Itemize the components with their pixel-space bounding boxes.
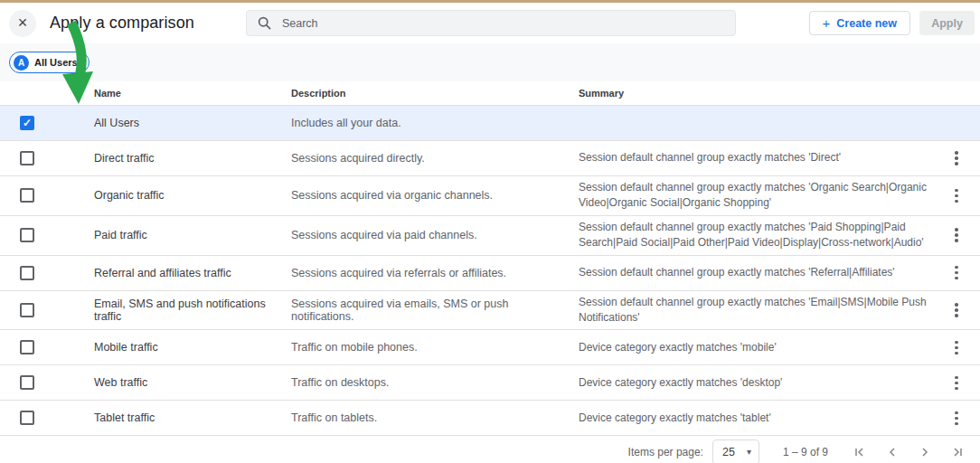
create-new-button[interactable]: + Create new [809,11,910,35]
pagination-footer: Items per page: 25 ▾ 1 – 9 of 9 [0,436,980,463]
row-name: Paid traffic [94,229,291,241]
row-name: Referral and affiliates traffic [94,267,291,279]
checkbox-cell [0,151,94,165]
row-name: Mobile traffic [94,341,291,354]
row-name: Tablet traffic [94,411,291,424]
search-input[interactable] [282,17,724,30]
checkbox-cell [0,340,94,354]
row-summary: Device category exactly matches 'mobile' [579,336,940,359]
checkbox-cell [0,188,94,203]
apply-button[interactable]: Apply [919,11,975,35]
row-checkbox[interactable] [20,151,34,165]
kebab-menu-icon[interactable] [946,299,967,321]
table-row[interactable]: Email, SMS and push notifications traffi… [0,291,980,331]
row-summary: Session default channel group exactly ma… [579,216,940,255]
column-header-description: Description [291,88,579,99]
row-checkbox[interactable] [20,375,34,390]
table-row[interactable]: Tablet traffic Traffic on tablets. Devic… [0,401,980,436]
items-per-page-label: Items per page: [628,446,703,458]
table-header-row: Name Description Summary [0,81,980,106]
row-summary: Session default channel group exactly ma… [579,176,940,215]
page-title: Apply a comparison [50,14,194,33]
chevron-right-icon [919,446,931,458]
row-name: Organic traffic [94,189,291,202]
kebab-menu-icon[interactable] [946,147,967,169]
row-name: Email, SMS and push notifications traffi… [94,298,291,323]
checkbox-cell [0,303,94,317]
column-header-summary: Summary [579,88,940,99]
row-checkbox[interactable] [20,188,34,203]
row-summary: Session default channel group exactly ma… [579,146,940,169]
row-summary: Session default channel group exactly ma… [579,261,940,284]
previous-page-button[interactable] [882,442,902,462]
last-page-button[interactable] [947,442,967,462]
chip-label: All Users [34,57,78,68]
row-checkbox[interactable] [20,303,34,317]
pager-controls [850,442,967,462]
row-description: Sessions acquired via organic channels. [291,189,579,202]
row-checkbox[interactable] [20,340,34,354]
table-row[interactable]: Paid traffic Sessions acquired via paid … [0,216,980,256]
first-page-icon [853,446,866,458]
row-name: Direct traffic [94,152,291,165]
table-row[interactable]: ✓ All Users Includes all your data. [0,106,980,141]
row-description: Sessions acquired directly. [291,152,579,165]
comparison-chip-all-users[interactable]: A All Users [9,52,90,73]
row-checkbox[interactable] [20,266,34,280]
table-row[interactable]: Web traffic Traffic on desktops. Device … [0,365,980,401]
table-row[interactable]: Referral and affiliates traffic Sessions… [0,256,980,291]
table-row[interactable]: Organic traffic Sessions acquired via or… [0,176,980,216]
items-per-page-value: 25 [722,446,735,458]
caret-down-icon: ▾ [747,447,751,457]
search-icon [258,16,271,30]
next-page-button[interactable] [915,442,935,462]
row-checkbox[interactable] [20,228,34,242]
first-page-button[interactable] [850,442,870,462]
chevron-left-icon [886,446,899,458]
kebab-menu-icon[interactable] [946,407,967,429]
column-header-name: Name [94,88,291,99]
kebab-menu-icon[interactable] [946,336,967,358]
checkbox-cell [0,411,94,425]
row-description: Includes all your data. [291,117,579,129]
kebab-menu-icon[interactable] [946,224,967,246]
row-summary: Device category exactly matches 'desktop… [579,372,940,394]
search-box[interactable] [246,10,736,36]
row-description: Traffic on desktops. [291,376,579,389]
row-summary [579,119,940,127]
row-description: Sessions acquired via emails, SMS or pus… [291,298,579,323]
row-description: Traffic on tablets. [291,411,579,424]
row-summary: Session default channel group exactly ma… [579,291,940,330]
table-body: ✓ All Users Includes all your data. Dire… [0,106,980,436]
row-description: Sessions acquired via paid channels. [291,229,579,241]
page-range-label: 1 – 9 of 9 [783,446,828,458]
chip-avatar: A [14,55,29,71]
plus-icon: + [823,15,831,31]
row-name: All Users [94,117,291,129]
row-description: Sessions acquired via referrals or affil… [291,267,579,279]
checkbox-cell [0,375,94,390]
last-page-icon [951,446,964,458]
checkbox-cell [0,228,94,242]
kebab-menu-icon[interactable] [946,184,967,206]
active-comparisons-strip: A All Users [0,43,980,81]
table-row[interactable]: Direct traffic Sessions acquired directl… [0,141,980,176]
checkbox-cell: ✓ [0,116,94,130]
row-summary: Device category exactly matches 'tablet' [579,407,940,430]
row-checkbox[interactable] [20,411,34,425]
kebab-menu-icon[interactable] [946,262,967,284]
row-description: Traffic on mobile phones. [291,341,579,354]
row-name: Web traffic [94,376,291,389]
kebab-menu-icon[interactable] [946,372,967,393]
create-new-label: Create new [836,17,897,30]
close-icon: × [18,14,28,33]
table-row[interactable]: Mobile traffic Traffic on mobile phones.… [0,330,980,365]
dialog-header: × Apply a comparison + Create new Apply [0,3,980,43]
items-per-page-select[interactable]: 25 ▾ [712,439,759,463]
checkbox-cell [0,266,94,280]
check-icon: ✓ [23,118,32,128]
row-checkbox[interactable]: ✓ [20,116,34,130]
close-button[interactable]: × [9,10,36,37]
